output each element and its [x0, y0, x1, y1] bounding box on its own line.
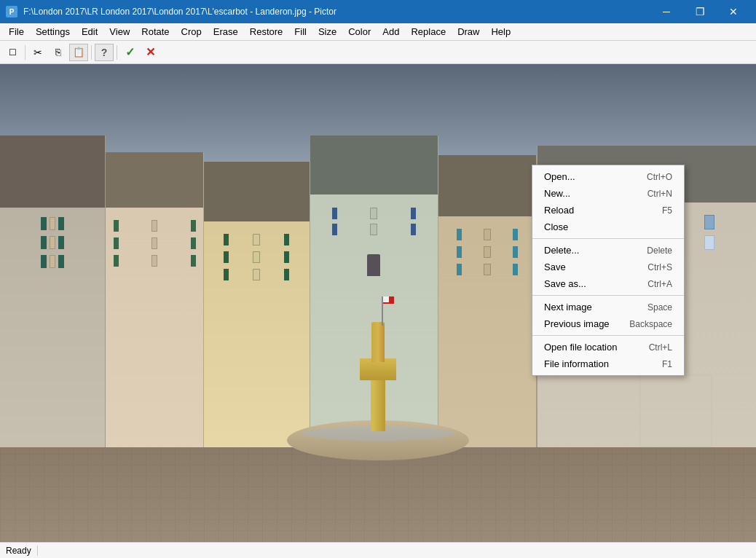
toolbar-sep-3 — [117, 45, 117, 60]
toolbar-help-btn[interactable]: ? — [95, 44, 114, 61]
menu-item-restore[interactable]: Restore — [244, 23, 289, 40]
building-1 — [0, 135, 106, 460]
building-3 — [204, 162, 310, 460]
menu-save-as[interactable]: Save as... Ctrl+A — [532, 275, 684, 292]
menu-sep-1 — [532, 238, 684, 239]
ground-layer — [0, 447, 756, 542]
toolbar-cut-btn[interactable]: ✂ — [28, 44, 47, 61]
menu-bar: File Settings Edit View Rotate Crop Eras… — [0, 23, 756, 41]
menu-item-edit[interactable]: Edit — [76, 23, 103, 40]
toolbar-sep-1 — [25, 45, 25, 60]
window-title: F:\London 2017\LR London 2017\London 201… — [23, 7, 650, 17]
window-controls: ─ ❐ ✕ — [650, 0, 750, 23]
toolbar-paste-btn[interactable]: 📋 — [69, 44, 88, 61]
app-icon: P — [6, 6, 17, 17]
menu-delete[interactable]: Delete... Delete — [532, 242, 684, 259]
menu-item-settings[interactable]: Settings — [30, 23, 76, 40]
toolbar-ok-btn[interactable]: ✓ — [120, 44, 139, 61]
fountain — [287, 420, 469, 460]
watermark — [639, 374, 712, 447]
menu-item-add[interactable]: Add — [377, 23, 405, 40]
toolbar-new-btn[interactable]: ☐ — [3, 44, 22, 61]
toolbar: ☐ ✂ ⎘ 📋 ? ✓ ✕ — [0, 41, 756, 64]
menu-next-image[interactable]: Next image Space — [532, 299, 684, 315]
toolbar-cancel-btn[interactable]: ✕ — [141, 44, 160, 61]
restore-button[interactable]: ❐ — [683, 0, 717, 23]
toolbar-sep-2 — [91, 45, 92, 60]
menu-prev-image[interactable]: Previous image Backspace — [532, 315, 684, 332]
menu-sep-3 — [532, 335, 684, 336]
menu-reload[interactable]: Reload F5 — [532, 202, 684, 219]
menu-open-location[interactable]: Open file location Ctrl+L — [532, 339, 684, 355]
menu-file-info[interactable]: File information F1 — [532, 355, 684, 372]
title-bar: P F:\London 2017\LR London 2017\London 2… — [0, 0, 756, 23]
menu-save[interactable]: Save Ctrl+S — [532, 259, 684, 275]
main-image-area: L'ESCARBOT ⚜ — [0, 64, 756, 542]
menu-sep-2 — [532, 295, 684, 296]
menu-new[interactable]: New... Ctrl+N — [532, 185, 684, 202]
building-5 — [438, 155, 537, 460]
file-dropdown-menu: Open... Ctrl+O New... Ctrl+N Reload F5 C… — [532, 165, 685, 376]
menu-item-size[interactable]: Size — [312, 23, 342, 40]
status-divider — [37, 546, 38, 556]
status-text: Ready — [6, 546, 31, 556]
menu-close[interactable]: Close — [532, 219, 684, 235]
menu-item-view[interactable]: View — [103, 23, 135, 40]
menu-item-draw[interactable]: Draw — [452, 23, 485, 40]
menu-item-replace[interactable]: Replace — [405, 23, 452, 40]
minimize-button[interactable]: ─ — [650, 0, 683, 23]
menu-item-fill[interactable]: Fill — [288, 23, 312, 40]
menu-item-erase[interactable]: Erase — [208, 23, 244, 40]
menu-item-color[interactable]: Color — [342, 23, 377, 40]
menu-open[interactable]: Open... Ctrl+O — [532, 168, 684, 185]
menu-item-file[interactable]: File — [3, 23, 30, 40]
building-2 — [106, 152, 204, 461]
menu-item-help[interactable]: Help — [485, 23, 516, 40]
close-button[interactable]: ✕ — [717, 0, 750, 23]
status-bar: Ready — [0, 542, 756, 558]
toolbar-copy-btn[interactable]: ⎘ — [49, 44, 68, 61]
menu-item-rotate[interactable]: Rotate — [135, 23, 175, 40]
menu-item-crop[interactable]: Crop — [176, 23, 208, 40]
